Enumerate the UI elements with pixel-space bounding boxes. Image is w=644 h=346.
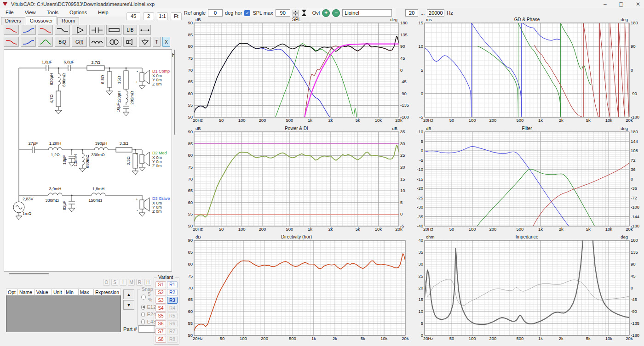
capacitor-button[interactable] [89, 25, 104, 35]
svg-text:90: 90 [400, 44, 405, 49]
type-button-h[interactable]: H [144, 279, 151, 286]
variant-s8[interactable]: S8 [155, 336, 166, 343]
highpass-curve-button[interactable] [21, 37, 36, 47]
svg-text:10: 10 [418, 44, 423, 49]
svg-text:70: 70 [188, 285, 193, 290]
col-expression: Expression [94, 289, 121, 295]
variant-s5[interactable]: S5 [155, 312, 166, 319]
variant-s2[interactable]: S2 [155, 289, 166, 296]
hourglass-icon[interactable] [301, 9, 307, 17]
schem-label: 18µF [62, 155, 67, 164]
move-up-button[interactable]: ▲ [123, 289, 134, 299]
variant-s4[interactable]: S4 [155, 305, 166, 312]
svg-text:72: 72 [631, 158, 636, 163]
variant-r2[interactable]: R2 [167, 289, 178, 296]
schem-label: - [137, 208, 138, 213]
speaker-button[interactable] [123, 37, 137, 47]
variant-s1[interactable]: S1 [155, 281, 166, 288]
schematic-vscrollbar[interactable] [174, 50, 175, 135]
delete-tool-button[interactable]: X [162, 37, 170, 47]
tab-room[interactable]: Room [58, 17, 79, 25]
svg-text:5k: 5k [361, 336, 365, 341]
spl-max-stepper[interactable]: ▲▼ [293, 10, 299, 17]
svg-text:50: 50 [219, 227, 224, 232]
driver-pos: Z 0m [152, 209, 162, 214]
variant-r7[interactable]: R7 [167, 328, 178, 335]
transformer-button[interactable] [106, 37, 121, 47]
type-button-s[interactable]: S [111, 279, 118, 286]
close-button[interactable]: ✕ [636, 1, 640, 7]
type-button-i[interactable]: I [120, 279, 126, 286]
title-bar: VituixCAD: C:\Users\DC709583\Downloads\m… [0, 0, 644, 8]
svg-text:-25: -25 [417, 195, 423, 200]
variant-r8[interactable]: R8 [167, 336, 178, 343]
main-tabs: Drivers Crossover Room [1, 17, 80, 25]
svg-text:deg: deg [390, 17, 397, 22]
maximize-button[interactable]: ▢ [619, 1, 624, 7]
ground-button[interactable] [139, 37, 151, 47]
highpass-block-button[interactable] [21, 25, 36, 35]
overlay-remove-button[interactable]: − [332, 9, 340, 17]
move-down-button[interactable]: ▼ [123, 300, 134, 310]
schem-label: 27µF [29, 141, 38, 146]
variant-s3[interactable]: S3 [155, 297, 166, 304]
lowpass2-block-button[interactable] [38, 25, 53, 35]
variant-r4[interactable]: R4 [167, 305, 178, 312]
bandpass-curve-button[interactable] [38, 37, 53, 47]
type-button-m[interactable]: M [128, 279, 135, 286]
schematic-canvas[interactable]: 1,8µF 6,8µF 820µH 680mΩ 4,7Ω 2,7Ω 6,8Ω 1… [4, 49, 172, 272]
ref-angle-input[interactable] [208, 9, 223, 17]
minimize-button[interactable]: – [604, 1, 607, 7]
type-button-r[interactable]: R [136, 279, 143, 286]
variant-s6[interactable]: S6 [155, 320, 166, 327]
biquad-button[interactable]: BiQ [55, 37, 70, 47]
variant-r1[interactable]: R1 [167, 281, 178, 288]
svg-text:45: 45 [400, 56, 405, 61]
tab-drivers[interactable]: Drivers [1, 17, 25, 25]
variant-r3[interactable]: R3 [167, 297, 178, 304]
variant-r6[interactable]: R6 [167, 320, 178, 327]
spl-max-input[interactable] [276, 9, 290, 17]
svg-text:200: 200 [489, 227, 496, 232]
transfer-function-button[interactable]: G(f) [72, 37, 87, 47]
project-name-input[interactable] [342, 9, 392, 17]
lowpass-curve-button[interactable] [4, 37, 19, 47]
schematic-hscrollbar[interactable] [9, 273, 49, 274]
part-number-input[interactable] [138, 325, 155, 333]
menu-help[interactable]: Help [92, 10, 114, 15]
tab-crossover[interactable]: Crossover [26, 17, 57, 24]
menu-tools[interactable]: Tools [41, 10, 64, 15]
library-button[interactable]: LIB [123, 25, 137, 35]
svg-text:5k: 5k [586, 118, 591, 123]
svg-text:65: 65 [188, 297, 193, 302]
inductor-button[interactable] [89, 37, 104, 47]
svg-text:10: 10 [418, 309, 423, 314]
menu-file[interactable]: File [0, 10, 19, 15]
svg-text:-20: -20 [417, 186, 423, 191]
schem-label: - [137, 69, 138, 74]
text-tool-button[interactable]: T [153, 37, 161, 47]
parts-table[interactable]: Opt Name Value Unit Min Max Expression [6, 289, 121, 332]
grid-step-input[interactable]: 2 [143, 12, 154, 20]
freq-min-input[interactable] [405, 9, 418, 17]
svg-text:35: 35 [400, 129, 405, 134]
menu-options[interactable]: Options [64, 10, 92, 15]
menu-view[interactable]: View [19, 10, 41, 15]
variant-r5[interactable]: R5 [167, 312, 178, 319]
variant-s7[interactable]: S7 [155, 328, 166, 335]
rotate-angle-input[interactable]: 45 [126, 12, 140, 20]
type-button-o[interactable]: O [103, 279, 110, 286]
schem-label: 1mΩ [23, 211, 32, 216]
gain-block-button[interactable] [72, 25, 87, 35]
freq-max-input[interactable] [427, 9, 444, 17]
svg-text:10k: 10k [380, 336, 388, 341]
spl-max-checkbox[interactable]: ✓ [244, 10, 250, 16]
wire-button[interactable] [139, 25, 151, 35]
zoom-fit-button[interactable]: Ft [171, 12, 182, 20]
shelf-block-button[interactable] [55, 25, 70, 35]
resistor-button[interactable] [106, 25, 121, 35]
lowpass-block-button[interactable] [4, 25, 19, 35]
svg-text:5: 5 [400, 200, 402, 205]
overlay-add-button[interactable]: + [322, 9, 330, 17]
zoom-one-to-one-button[interactable]: 1:1 [157, 12, 168, 20]
